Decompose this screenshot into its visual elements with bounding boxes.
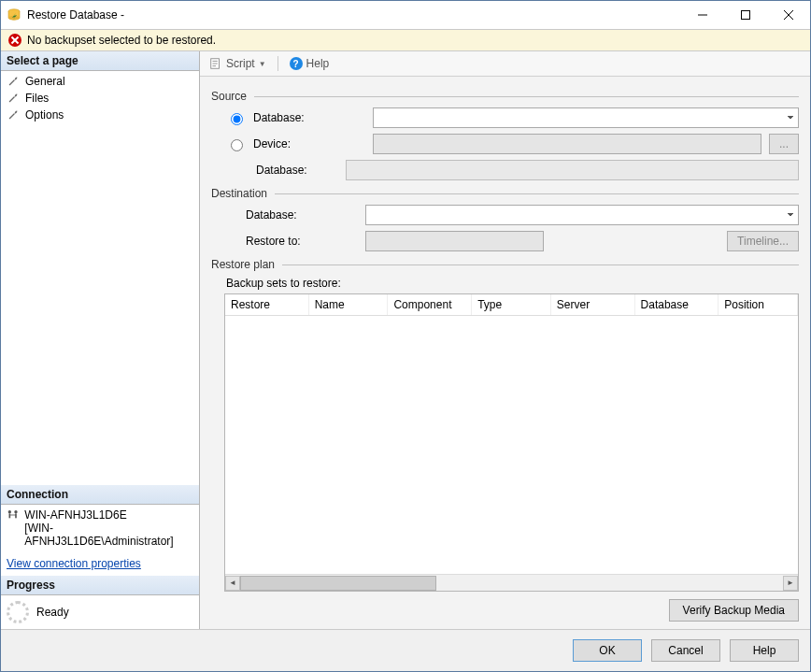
cancel-button[interactable]: Cancel [651,639,720,662]
restore-plan-header: Restore plan [211,258,275,271]
ok-button[interactable]: OK [573,639,642,662]
connection-server: WIN-AFNHJ3L1D6E [24,508,193,522]
close-button[interactable] [767,1,810,29]
backup-sets-label: Backup sets to restore: [211,273,799,292]
view-connection-link[interactable]: View connection properties [1,551,199,576]
col-name[interactable]: Name [309,294,389,315]
dialog-footer: OK Cancel Help [1,629,810,671]
source-device-db-combo [346,160,799,180]
error-icon [8,34,21,47]
svg-point-8 [14,510,17,513]
wrench-icon [7,92,20,105]
progress-header: Progress [1,576,199,595]
main-area: Select a page General Files Options Conn… [1,51,810,629]
col-position[interactable]: Position [719,294,798,315]
connection-header: Connection [1,485,199,505]
source-device-radio[interactable] [231,139,243,151]
toolbar-separator [277,56,278,71]
source-device-label: Device: [253,137,365,150]
restore-to-field [365,231,544,251]
svg-point-6 [8,510,11,513]
window-title: Restore Database - [27,8,681,21]
progress-body: Ready [1,595,199,629]
server-icon [7,508,19,522]
scroll-thumb[interactable] [240,576,436,591]
script-icon [209,57,222,70]
dest-database-combo[interactable] [365,205,799,225]
connection-login: [WIN-AFNHJ3L1D6E\Administrator] [24,522,193,548]
restore-to-label: Restore to: [246,235,358,248]
help-icon: ? [290,57,303,70]
source-device-field [373,134,761,154]
col-restore[interactable]: Restore [225,294,309,315]
source-database-radio[interactable] [231,113,243,125]
browse-device-button[interactable]: ... [769,134,799,154]
nav-label: General [25,75,65,88]
wrench-icon [7,108,20,122]
help-button[interactable]: ? Help [286,55,334,72]
svg-rect-3 [742,11,750,20]
connection-body: WIN-AFNHJ3L1D6E [WIN-AFNHJ3L1D6E\Adminis… [1,505,199,551]
left-panel: Select a page General Files Options Conn… [1,51,200,629]
restore-to-row: Restore to: Timeline... [211,228,799,254]
source-device-db-row: Database: [211,157,799,183]
script-label: Script [226,57,255,70]
col-type[interactable]: Type [472,294,551,315]
source-device-row: Device: ... [211,131,799,157]
scroll-right-arrow[interactable]: ► [783,576,798,591]
backup-sets-grid[interactable]: Restore Name Component Type Server Datab… [224,293,799,592]
dest-database-row: Database: [211,202,799,228]
destination-section: Destination [211,187,799,200]
progress-status: Ready [36,606,69,619]
nav-general[interactable]: General [1,73,199,90]
page-nav: General Files Options [1,71,199,125]
source-database-label: Database: [253,111,365,124]
minimize-button[interactable] [681,1,724,29]
error-message: No backupset selected to be restored. [27,34,216,47]
script-button[interactable]: Script ▼ [206,55,270,72]
nav-options[interactable]: Options [1,107,199,123]
grid-body [225,316,798,574]
destination-header: Destination [211,187,267,200]
source-database-combo[interactable] [373,107,799,128]
timeline-button[interactable]: Timeline... [727,231,799,251]
progress-spinner-icon [7,601,29,623]
window-controls [681,1,810,29]
title-bar: Restore Database - [1,1,810,29]
chevron-down-icon: ▼ [259,60,266,68]
nav-label: Files [25,92,49,105]
nav-label: Options [25,108,64,122]
svg-rect-9 [15,513,17,518]
help-button-footer[interactable]: Help [730,639,799,662]
select-page-header: Select a page [1,51,199,71]
grid-horizontal-scrollbar[interactable]: ◄ ► [225,574,798,591]
restore-plan-section: Restore plan [211,258,799,271]
scroll-left-arrow[interactable]: ◄ [225,576,240,591]
content-area: Source Database: Device: ... Database: D… [200,77,810,629]
verify-backup-media-button[interactable]: Verify Backup Media [669,599,799,622]
error-bar: No backupset selected to be restored. [1,29,810,51]
col-server[interactable]: Server [551,294,635,315]
source-database-row: Database: [211,105,799,131]
col-component[interactable]: Component [388,294,472,315]
nav-files[interactable]: Files [1,90,199,107]
maximize-button[interactable] [724,1,767,29]
wrench-icon [7,75,20,88]
right-panel: Script ▼ ? Help Source Database: D [200,51,810,629]
app-icon [7,7,21,22]
dest-database-label: Database: [246,208,358,222]
source-device-db-label: Database: [256,164,338,177]
toolbar: Script ▼ ? Help [200,51,810,77]
grid-header: Restore Name Component Type Server Datab… [225,294,798,316]
source-header: Source [211,90,247,103]
col-database[interactable]: Database [635,294,719,315]
svg-rect-7 [8,513,10,518]
help-label: Help [306,57,330,70]
source-section: Source [211,90,799,103]
